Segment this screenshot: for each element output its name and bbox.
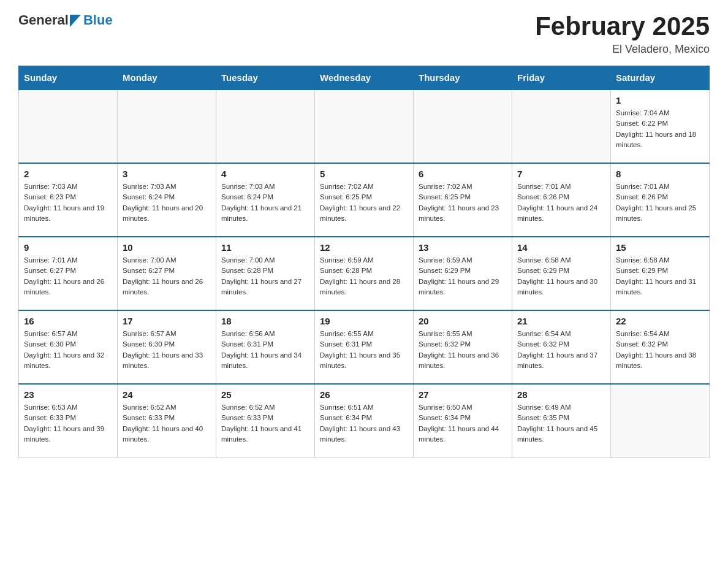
day-number: 8: [616, 169, 704, 179]
day-number: 9: [24, 242, 112, 253]
day-info: Sunrise: 7:03 AMSunset: 6:24 PMDaylight:…: [221, 182, 309, 224]
page-header: General Blue February 2025 El Veladero, …: [18, 12, 710, 56]
calendar-cell: 18 Sunrise: 6:56 AMSunset: 6:31 PMDaylig…: [216, 310, 315, 384]
day-number: 24: [123, 389, 211, 400]
day-number: 15: [616, 242, 704, 253]
month-title: February 2025: [535, 12, 710, 40]
day-info: Sunrise: 7:01 AMSunset: 6:26 PMDaylight:…: [517, 182, 605, 224]
day-number: 4: [221, 169, 309, 179]
calendar-cell: [216, 90, 315, 163]
day-number: 21: [517, 316, 605, 326]
calendar-cell: [611, 384, 710, 458]
calendar-cell: 3 Sunrise: 7:03 AMSunset: 6:24 PMDayligh…: [118, 163, 216, 237]
calendar-cell: 10 Sunrise: 7:00 AMSunset: 6:27 PMDaylig…: [118, 237, 216, 310]
day-number: 25: [221, 389, 309, 400]
col-monday: Monday: [118, 66, 216, 90]
day-number: 13: [419, 242, 507, 253]
day-number: 7: [517, 169, 605, 179]
day-number: 2: [24, 169, 112, 179]
calendar-cell: 9 Sunrise: 7:01 AMSunset: 6:27 PMDayligh…: [19, 237, 118, 310]
calendar-cell: 6 Sunrise: 7:02 AMSunset: 6:25 PMDayligh…: [414, 163, 512, 237]
calendar-cell: 1 Sunrise: 7:04 AMSunset: 6:22 PMDayligh…: [611, 90, 710, 163]
day-info: Sunrise: 6:53 AMSunset: 6:33 PMDaylight:…: [24, 402, 112, 445]
calendar-cell: 25 Sunrise: 6:52 AMSunset: 6:33 PMDaylig…: [216, 384, 315, 458]
day-info: Sunrise: 6:52 AMSunset: 6:33 PMDaylight:…: [123, 402, 211, 445]
calendar-cell: [118, 90, 216, 163]
calendar-cell: [19, 90, 118, 163]
day-number: 14: [517, 242, 605, 253]
day-number: 6: [419, 169, 507, 179]
calendar-cell: 7 Sunrise: 7:01 AMSunset: 6:26 PMDayligh…: [512, 163, 611, 237]
calendar-cell: 12 Sunrise: 6:59 AMSunset: 6:28 PMDaylig…: [315, 237, 414, 310]
calendar-cell: 19 Sunrise: 6:55 AMSunset: 6:31 PMDaylig…: [315, 310, 414, 384]
day-info: Sunrise: 6:52 AMSunset: 6:33 PMDaylight:…: [221, 402, 309, 445]
logo-blue: Blue: [83, 12, 113, 28]
day-info: Sunrise: 6:55 AMSunset: 6:32 PMDaylight:…: [419, 329, 507, 371]
day-info: Sunrise: 7:02 AMSunset: 6:25 PMDaylight:…: [419, 182, 507, 224]
logo-triangle-icon: [70, 15, 81, 27]
calendar-cell: 16 Sunrise: 6:57 AMSunset: 6:30 PMDaylig…: [19, 310, 118, 384]
day-number: 5: [320, 169, 408, 179]
calendar-cell: 24 Sunrise: 6:52 AMSunset: 6:33 PMDaylig…: [118, 384, 216, 458]
title-area: February 2025 El Veladero, Mexico: [535, 12, 710, 56]
day-info: Sunrise: 7:03 AMSunset: 6:23 PMDaylight:…: [24, 182, 112, 224]
logo-general: General: [18, 12, 69, 28]
day-number: 28: [517, 389, 605, 400]
location: El Veladero, Mexico: [535, 43, 710, 56]
calendar-cell: 11 Sunrise: 7:00 AMSunset: 6:28 PMDaylig…: [216, 237, 315, 310]
col-saturday: Saturday: [611, 66, 710, 90]
day-number: 12: [320, 242, 408, 253]
day-number: 18: [221, 316, 309, 326]
day-number: 1: [616, 95, 704, 105]
col-thursday: Thursday: [414, 66, 512, 90]
day-info: Sunrise: 7:01 AMSunset: 6:26 PMDaylight:…: [616, 182, 704, 224]
day-info: Sunrise: 6:54 AMSunset: 6:32 PMDaylight:…: [616, 329, 704, 371]
col-friday: Friday: [512, 66, 611, 90]
calendar-cell: 23 Sunrise: 6:53 AMSunset: 6:33 PMDaylig…: [19, 384, 118, 458]
calendar-cell: 14 Sunrise: 6:58 AMSunset: 6:29 PMDaylig…: [512, 237, 611, 310]
day-info: Sunrise: 7:00 AMSunset: 6:27 PMDaylight:…: [123, 255, 211, 297]
calendar-cell: 22 Sunrise: 6:54 AMSunset: 6:32 PMDaylig…: [611, 310, 710, 384]
col-wednesday: Wednesday: [315, 66, 414, 90]
day-info: Sunrise: 6:55 AMSunset: 6:31 PMDaylight:…: [320, 329, 408, 371]
day-info: Sunrise: 7:02 AMSunset: 6:25 PMDaylight:…: [320, 182, 408, 224]
day-info: Sunrise: 6:57 AMSunset: 6:30 PMDaylight:…: [24, 329, 112, 371]
day-info: Sunrise: 7:04 AMSunset: 6:22 PMDaylight:…: [616, 108, 704, 150]
day-number: 20: [419, 316, 507, 326]
calendar-cell: 13 Sunrise: 6:59 AMSunset: 6:29 PMDaylig…: [414, 237, 512, 310]
calendar-cell: 4 Sunrise: 7:03 AMSunset: 6:24 PMDayligh…: [216, 163, 315, 237]
day-info: Sunrise: 6:49 AMSunset: 6:35 PMDaylight:…: [517, 402, 605, 445]
calendar-cell: 17 Sunrise: 6:57 AMSunset: 6:30 PMDaylig…: [118, 310, 216, 384]
calendar-cell: 27 Sunrise: 6:50 AMSunset: 6:34 PMDaylig…: [414, 384, 512, 458]
day-number: 22: [616, 316, 704, 326]
svg-marker-0: [70, 15, 81, 27]
calendar-cell: 21 Sunrise: 6:54 AMSunset: 6:32 PMDaylig…: [512, 310, 611, 384]
day-info: Sunrise: 6:56 AMSunset: 6:31 PMDaylight:…: [221, 329, 309, 371]
calendar-week-3: 9 Sunrise: 7:01 AMSunset: 6:27 PMDayligh…: [19, 237, 710, 310]
calendar-cell: 26 Sunrise: 6:51 AMSunset: 6:34 PMDaylig…: [315, 384, 414, 458]
day-number: 17: [123, 316, 211, 326]
calendar-cell: 20 Sunrise: 6:55 AMSunset: 6:32 PMDaylig…: [414, 310, 512, 384]
calendar-week-5: 23 Sunrise: 6:53 AMSunset: 6:33 PMDaylig…: [19, 384, 710, 458]
day-number: 16: [24, 316, 112, 326]
day-info: Sunrise: 6:59 AMSunset: 6:28 PMDaylight:…: [320, 255, 408, 297]
calendar-cell: [414, 90, 512, 163]
calendar-cell: [512, 90, 611, 163]
day-info: Sunrise: 6:51 AMSunset: 6:34 PMDaylight:…: [320, 402, 408, 445]
day-number: 19: [320, 316, 408, 326]
calendar-cell: [315, 90, 414, 163]
day-number: 26: [320, 389, 408, 400]
calendar-week-1: 1 Sunrise: 7:04 AMSunset: 6:22 PMDayligh…: [19, 90, 710, 163]
day-number: 3: [123, 169, 211, 179]
calendar-header-row: Sunday Monday Tuesday Wednesday Thursday…: [19, 66, 710, 90]
logo: General Blue: [18, 12, 113, 28]
day-info: Sunrise: 6:58 AMSunset: 6:29 PMDaylight:…: [517, 255, 605, 297]
calendar-cell: 28 Sunrise: 6:49 AMSunset: 6:35 PMDaylig…: [512, 384, 611, 458]
day-info: Sunrise: 6:59 AMSunset: 6:29 PMDaylight:…: [419, 255, 507, 297]
day-info: Sunrise: 6:58 AMSunset: 6:29 PMDaylight:…: [616, 255, 704, 297]
col-tuesday: Tuesday: [216, 66, 315, 90]
day-info: Sunrise: 7:00 AMSunset: 6:28 PMDaylight:…: [221, 255, 309, 297]
calendar-table: Sunday Monday Tuesday Wednesday Thursday…: [18, 66, 710, 458]
day-number: 11: [221, 242, 309, 253]
day-info: Sunrise: 7:03 AMSunset: 6:24 PMDaylight:…: [123, 182, 211, 224]
